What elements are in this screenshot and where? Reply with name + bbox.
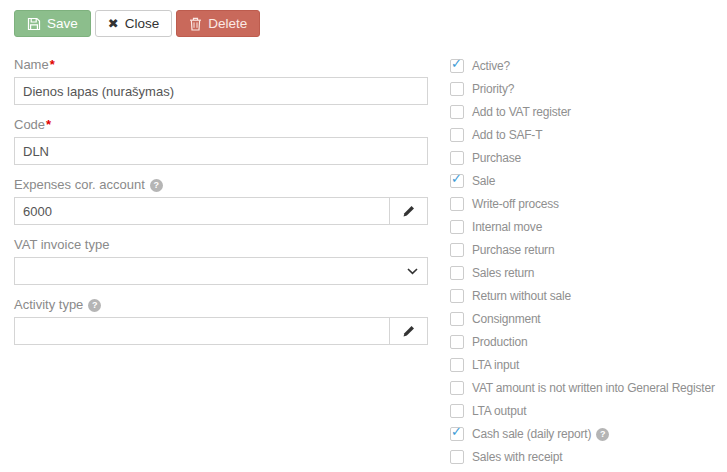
checkbox-label: Priority? xyxy=(472,82,514,96)
field-group-activity-type: Activity type ? xyxy=(14,298,428,345)
trash-can-icon xyxy=(189,17,202,31)
checkbox-label: Sale xyxy=(472,174,495,188)
checkbox[interactable] xyxy=(450,450,464,464)
checkbox-label: Active? xyxy=(472,59,510,73)
activity-type-label: Activity type ? xyxy=(14,298,428,312)
save-button-label: Save xyxy=(47,17,78,31)
checkbox-row-sale[interactable]: Sale xyxy=(450,174,715,188)
checkbox-label: Sales return xyxy=(472,266,534,280)
checkbox-row-sales-return[interactable]: Sales return xyxy=(450,266,715,280)
checkbox[interactable] xyxy=(450,266,464,280)
checkbox[interactable] xyxy=(450,427,464,441)
checkbox[interactable] xyxy=(450,404,464,418)
checkbox-row-lta-output[interactable]: LTA output xyxy=(450,404,715,418)
field-group-code: Code* xyxy=(14,118,428,165)
checkbox-label: Sales with receipt xyxy=(472,450,562,464)
checkboxes-column: Active? Priority? Add to VAT register Ad… xyxy=(450,58,715,472)
edit-expenses-account-button[interactable] xyxy=(389,198,427,224)
checkbox-row-add-to-saf-t[interactable]: Add to SAF-T xyxy=(450,128,715,142)
checkbox[interactable] xyxy=(450,174,464,188)
checkbox[interactable] xyxy=(450,312,464,326)
checkbox[interactable] xyxy=(450,105,464,119)
checkbox[interactable] xyxy=(450,197,464,211)
checkbox[interactable] xyxy=(450,220,464,234)
vat-invoice-type-select-wrap xyxy=(14,257,428,285)
checkbox-row-priority[interactable]: Priority? xyxy=(450,82,715,96)
expenses-account-label: Expenses cor. account ? xyxy=(14,178,428,192)
required-asterisk: * xyxy=(50,58,55,72)
fields-column: Name* Code* Expenses cor. account ? xyxy=(14,58,428,358)
toolbar: Save ✖ Close Delete xyxy=(14,10,727,37)
close-button[interactable]: ✖ Close xyxy=(95,10,172,37)
x-mark-icon: ✖ xyxy=(108,17,119,30)
checkbox-row-write-off-process[interactable]: Write-off process xyxy=(450,197,715,211)
checkbox-row-cash-sale[interactable]: Cash sale (daily report) ? xyxy=(450,427,715,441)
pencil-icon xyxy=(402,325,415,338)
checkbox-label: LTA input xyxy=(472,358,519,372)
close-button-label: Close xyxy=(125,17,160,31)
code-input[interactable] xyxy=(14,137,428,165)
edit-activity-type-button[interactable] xyxy=(389,318,427,344)
field-group-expenses-account: Expenses cor. account ? xyxy=(14,178,428,225)
name-input[interactable] xyxy=(14,77,428,105)
checkbox-label: Write-off process xyxy=(472,197,559,211)
help-icon[interactable]: ? xyxy=(88,299,101,312)
checkbox-label: Consignment xyxy=(472,312,541,326)
activity-type-label-text: Activity type xyxy=(14,298,83,312)
checkbox-label: Internal move xyxy=(472,220,542,234)
checkbox-label: Add to VAT register xyxy=(472,105,571,119)
activity-type-input-group xyxy=(14,317,428,345)
vat-invoice-type-label-text: VAT invoice type xyxy=(14,238,109,252)
field-group-vat-invoice-type: VAT invoice type xyxy=(14,238,428,285)
document-type-edit-form: Save ✖ Close Delete Name* xyxy=(0,0,727,472)
help-icon[interactable]: ? xyxy=(150,179,163,192)
save-button[interactable]: Save xyxy=(14,10,91,37)
checkbox-row-add-to-vat-register[interactable]: Add to VAT register xyxy=(450,105,715,119)
checkbox-label: VAT amount is not written into General R… xyxy=(472,381,715,395)
checkbox-row-sales-with-receipt[interactable]: Sales with receipt xyxy=(450,450,715,464)
form-content: Name* Code* Expenses cor. account ? xyxy=(14,58,727,472)
checkbox-row-return-without-sale[interactable]: Return without sale xyxy=(450,289,715,303)
name-label-text: Name xyxy=(14,58,49,72)
field-group-name: Name* xyxy=(14,58,428,105)
expenses-account-input-group xyxy=(14,197,428,225)
checkbox-row-lta-input[interactable]: LTA input xyxy=(450,358,715,372)
delete-button[interactable]: Delete xyxy=(176,10,260,37)
activity-type-input[interactable] xyxy=(15,318,389,344)
checkbox-label: LTA output xyxy=(472,404,526,418)
checkbox[interactable] xyxy=(450,289,464,303)
checkbox[interactable] xyxy=(450,381,464,395)
checkbox[interactable] xyxy=(450,128,464,142)
checkbox[interactable] xyxy=(450,59,464,73)
checkbox-label: Purchase xyxy=(472,151,521,165)
required-asterisk: * xyxy=(46,118,51,132)
checkbox-row-internal-move[interactable]: Internal move xyxy=(450,220,715,234)
pencil-icon xyxy=(402,205,415,218)
code-label-text: Code xyxy=(14,118,45,132)
checkbox-label: Cash sale (daily report) xyxy=(472,427,591,441)
vat-invoice-type-label: VAT invoice type xyxy=(14,238,428,252)
checkbox-label: Add to SAF-T xyxy=(472,128,542,142)
checkbox-label: Return without sale xyxy=(472,289,571,303)
checkbox[interactable] xyxy=(450,151,464,165)
checkbox-label: Purchase return xyxy=(472,243,554,257)
checkbox[interactable] xyxy=(450,358,464,372)
checkbox-row-purchase[interactable]: Purchase xyxy=(450,151,715,165)
checkbox[interactable] xyxy=(450,243,464,257)
expenses-account-input[interactable] xyxy=(15,198,389,224)
checkbox-row-active[interactable]: Active? xyxy=(450,59,715,73)
delete-button-label: Delete xyxy=(208,17,247,31)
checkbox[interactable] xyxy=(450,335,464,349)
floppy-disk-icon xyxy=(27,17,41,31)
checkbox[interactable] xyxy=(450,82,464,96)
vat-invoice-type-select[interactable] xyxy=(14,257,428,285)
help-icon[interactable]: ? xyxy=(596,428,609,441)
code-label: Code* xyxy=(14,118,428,132)
checkbox-row-purchase-return[interactable]: Purchase return xyxy=(450,243,715,257)
expenses-account-label-text: Expenses cor. account xyxy=(14,178,145,192)
checkbox-row-vat-amount-not-written[interactable]: VAT amount is not written into General R… xyxy=(450,381,715,395)
name-label: Name* xyxy=(14,58,428,72)
checkbox-label: Production xyxy=(472,335,527,349)
checkbox-row-consignment[interactable]: Consignment xyxy=(450,312,715,326)
checkbox-row-production[interactable]: Production xyxy=(450,335,715,349)
